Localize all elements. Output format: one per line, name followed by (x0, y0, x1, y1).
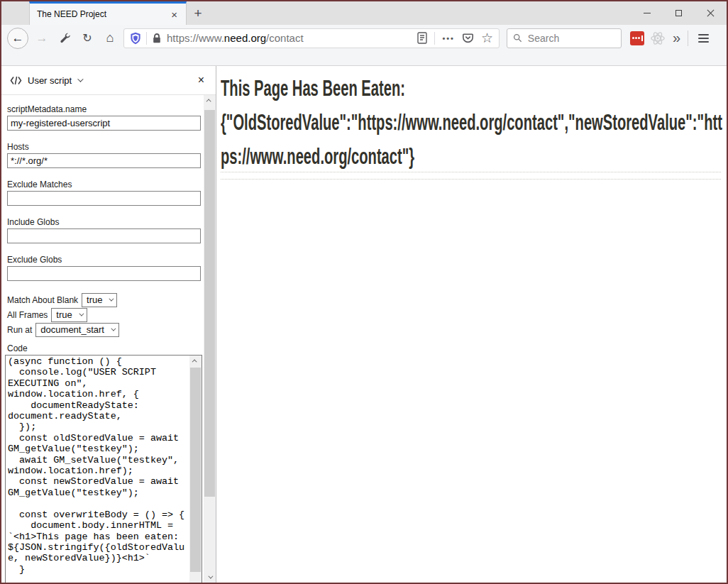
code-scrollbar[interactable] (189, 356, 202, 583)
sidebar-form: scriptMetadata.name Hosts Exclude Matche… (1, 95, 216, 583)
new-tab-button[interactable]: + (187, 1, 209, 25)
password-manager-extension-icon[interactable] (630, 31, 644, 45)
all-frames-label: All Frames (7, 310, 48, 320)
url-bar[interactable]: https://www.need.org/contact ••• ☆ (123, 28, 500, 48)
url-bar-actions: ••• ☆ (417, 31, 495, 45)
search-box[interactable] (507, 28, 622, 48)
select-chevron-icon (79, 312, 84, 316)
code-icon (10, 76, 22, 85)
maximize-icon (675, 10, 682, 16)
back-button[interactable]: ← (7, 28, 28, 49)
tab-the-need-project[interactable]: The NEED Project × (29, 1, 187, 25)
hosts-field[interactable] (7, 153, 201, 168)
home-button[interactable]: ⌂ (101, 28, 119, 48)
run-at-select[interactable]: document_start (35, 323, 119, 337)
url-text: https://www.need.org/contact (167, 32, 412, 44)
hosts-label: Hosts (7, 142, 200, 152)
wrench-icon (59, 32, 71, 44)
browser-window: The NEED Project × + ← → ↻ ⌂ https://www… (0, 0, 728, 584)
pocket-icon[interactable] (462, 32, 474, 44)
page-content: This Page Has Been Eaten: {"OldStoredVal… (216, 66, 727, 583)
dotted-divider (221, 179, 721, 180)
match-about-blank-select[interactable]: true (82, 293, 117, 307)
toolbar-divider (688, 31, 688, 46)
all-frames-select[interactable]: true (51, 308, 87, 322)
scroll-up-icon[interactable] (189, 356, 202, 366)
tab-bar: The NEED Project × + (1, 1, 727, 25)
lock-icon[interactable] (152, 33, 162, 44)
forward-button[interactable]: → (33, 28, 51, 48)
run-at-label: Run at (7, 325, 32, 335)
tab-close-icon[interactable]: × (168, 9, 180, 20)
bookmarks-toolbar (1, 51, 727, 66)
bookmark-star-icon[interactable]: ☆ (481, 31, 493, 45)
user-script-sidebar: User script × scriptMetadata.name Hosts … (1, 66, 216, 583)
sidebar-scrollbar[interactable] (204, 95, 216, 583)
code-scrollbar-thumb[interactable] (190, 368, 201, 572)
scroll-down-icon[interactable] (204, 572, 216, 583)
search-icon (513, 33, 522, 43)
sidebar-close-button[interactable]: × (195, 73, 207, 87)
match-about-blank-value: true (87, 294, 102, 305)
search-input[interactable] (528, 33, 615, 44)
react-devtools-extension-icon[interactable] (649, 28, 667, 48)
select-chevron-icon (111, 326, 116, 331)
match-about-blank-label: Match About Blank (7, 295, 78, 305)
minimize-icon (644, 13, 651, 13)
include-globs-field[interactable] (7, 228, 201, 243)
include-globs-label: Include Globs (7, 217, 200, 227)
tab-title: The NEED Project (37, 9, 168, 19)
url-actions-divider (434, 32, 435, 45)
exclude-globs-field[interactable] (7, 266, 201, 281)
close-icon (707, 9, 715, 17)
navigation-toolbar: ← → ↻ ⌂ https://www.need.org/contact •••… (1, 25, 727, 51)
content-area: User script × scriptMetadata.name Hosts … (1, 66, 727, 583)
exclude-matches-field[interactable] (7, 191, 201, 206)
sidebar-title: User script (28, 75, 72, 86)
page-actions-button[interactable]: ••• (442, 34, 455, 43)
window-controls (631, 1, 727, 25)
url-scheme: https://www. (167, 32, 224, 44)
menu-button[interactable] (694, 34, 713, 43)
overflow-menu-button[interactable]: » (671, 30, 682, 46)
code-editor[interactable]: (async function () { console.log("USER S… (5, 355, 202, 583)
all-frames-value: true (56, 309, 72, 320)
wrench-button[interactable] (55, 28, 74, 48)
maximize-button[interactable] (663, 1, 695, 25)
sidebar-scrollbar-thumb[interactable] (204, 110, 215, 497)
pre-tab-space (1, 1, 29, 25)
tracking-protection-shield-icon[interactable] (130, 32, 141, 45)
scroll-up-icon[interactable] (204, 95, 216, 106)
chevron-down-icon[interactable] (77, 76, 83, 82)
run-at-value: document_start (40, 324, 104, 335)
reader-mode-icon[interactable] (417, 32, 427, 44)
atom-icon (650, 31, 666, 46)
url-path: /contact (266, 32, 304, 44)
sidebar-header: User script × (1, 66, 216, 95)
code-text[interactable]: (async function () { console.log("USER S… (8, 356, 187, 583)
url-domain: need.org (224, 32, 266, 44)
exclude-globs-label: Exclude Globs (7, 255, 200, 265)
page-heading: This Page Has Been Eaten: {"OldStoredVal… (221, 71, 724, 173)
close-button[interactable] (695, 1, 727, 25)
exclude-matches-label: Exclude Matches (7, 180, 200, 189)
scriptmetadata-name-label: scriptMetadata.name (7, 104, 200, 114)
url-divider (146, 32, 147, 45)
scriptmetadata-name-field[interactable] (7, 116, 201, 131)
minimize-button[interactable] (631, 1, 663, 25)
select-chevron-icon (109, 297, 114, 302)
reload-button[interactable]: ↻ (78, 28, 96, 48)
code-label: Code (7, 343, 200, 353)
